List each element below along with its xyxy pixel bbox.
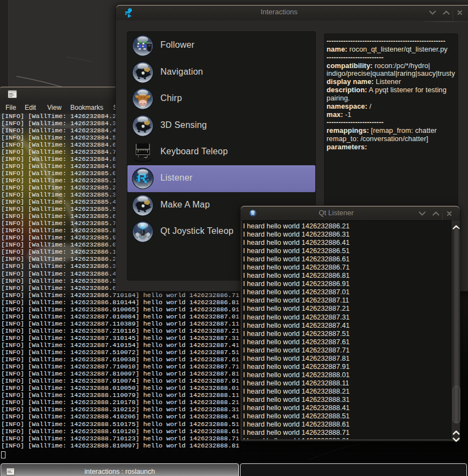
svg-text:R: R: [252, 211, 255, 216]
svg-text:ROCON: ROCON: [137, 184, 148, 187]
